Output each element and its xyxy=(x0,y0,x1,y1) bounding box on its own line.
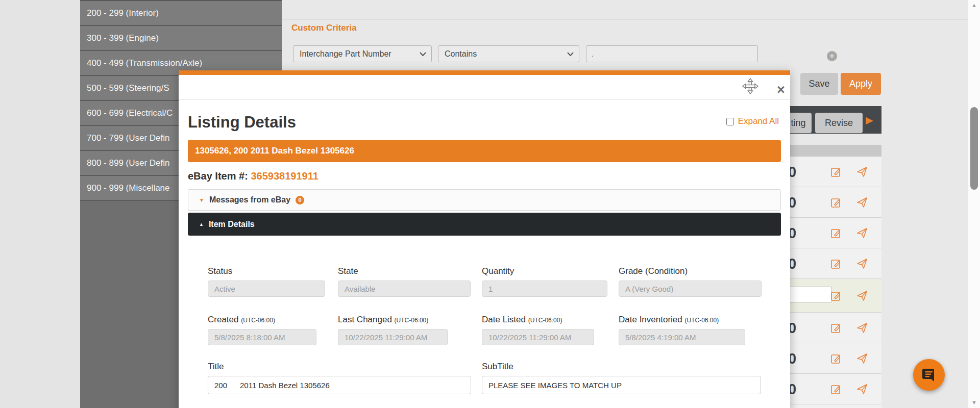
last-changed-input xyxy=(338,329,448,345)
send-icon[interactable] xyxy=(856,197,868,208)
subtitle-label: SubTitle xyxy=(482,362,761,372)
title-field-group: Title xyxy=(208,362,471,394)
title-label: Title xyxy=(208,362,471,372)
move-icon[interactable] xyxy=(742,78,758,94)
subtitle-field-group: SubTitle xyxy=(482,362,761,394)
state-input xyxy=(338,280,471,297)
criteria-operator-value: Contains xyxy=(445,49,477,59)
status-label: Status xyxy=(208,266,325,276)
last-changed-timezone: (UTC-06:00) xyxy=(395,317,429,324)
send-icon[interactable] xyxy=(856,166,868,177)
created-input xyxy=(208,329,316,345)
created-label: Created xyxy=(208,315,238,324)
edit-icon[interactable] xyxy=(830,353,842,364)
left-gutter xyxy=(0,0,80,408)
collapse-triangle-icon: ▼ xyxy=(199,197,204,203)
panel-divider xyxy=(282,19,968,20)
edit-icon[interactable] xyxy=(830,384,842,395)
scrollbar-thumb[interactable] xyxy=(970,107,978,190)
send-icon[interactable] xyxy=(856,384,868,395)
listing-banner: 1305626, 200 2011 Dash Bezel 1305626 xyxy=(188,140,781,162)
last-changed-field-group: Last Changed (UTC-06:00) xyxy=(338,315,448,345)
custom-criteria-heading: Custom Criteria xyxy=(291,23,357,33)
edit-icon[interactable] xyxy=(830,258,842,269)
grade-label: Grade (Condition) xyxy=(619,266,762,276)
criteria-operator-select[interactable]: Contains xyxy=(438,45,579,62)
quantity-field-group: Quantity xyxy=(482,266,607,297)
quantity-input xyxy=(482,280,607,297)
scroll-up-icon[interactable]: ▲ xyxy=(968,2,980,8)
expand-all-checkbox[interactable] xyxy=(726,118,734,125)
sidebar-item-interior[interactable]: 200 - 299 (Interior) xyxy=(80,1,282,26)
status-input xyxy=(208,280,325,297)
messages-label: Messages from eBay xyxy=(209,195,290,205)
last-changed-label: Last Changed xyxy=(338,315,392,324)
grade-field-group: Grade (Condition) xyxy=(619,266,762,297)
page-scrollbar[interactable]: ▲ ▼ xyxy=(968,0,980,408)
date-inventoried-timezone: (UTC-06:00) xyxy=(684,317,719,324)
grade-input xyxy=(619,280,762,297)
ebay-item-number-link[interactable]: 365938191911 xyxy=(251,170,318,182)
collapse-triangle-icon: ▲ xyxy=(199,222,204,227)
item-details-accordion[interactable]: ▲ Item Details xyxy=(188,213,781,236)
messages-accordion[interactable]: ▼ Messages from eBay 0 xyxy=(188,189,781,211)
state-field-group: State xyxy=(338,266,471,297)
messages-count-badge: 0 xyxy=(296,196,304,205)
page-title: Listing Details xyxy=(188,113,296,132)
status-field-group: Status xyxy=(208,266,325,297)
state-label: State xyxy=(338,266,471,276)
expand-all-toggle[interactable]: Expand All xyxy=(726,116,779,126)
save-button[interactable]: Save xyxy=(800,73,838,95)
listing-details-modal: × Listing Details Expand All 1305626, 20… xyxy=(179,70,790,408)
modal-accent-bar xyxy=(179,70,790,75)
sidebar-item-engine[interactable]: 300 - 399 (Engine) xyxy=(80,26,282,51)
add-criteria-icon[interactable]: + xyxy=(827,51,837,61)
send-icon[interactable] xyxy=(856,258,868,269)
date-listed-timezone: (UTC-06:00) xyxy=(528,317,562,324)
listing-banner-text: 1305626, 200 2011 Dash Bezel 1305626 xyxy=(195,146,354,156)
criteria-field-value: Interchange Part Number xyxy=(300,49,391,59)
date-listed-field-group: Date Listed (UTC-06:00) xyxy=(482,315,594,345)
date-inventoried-field-group: Date Inventoried (UTC-06:00) xyxy=(619,315,745,345)
scroll-down-icon[interactable]: ▼ xyxy=(968,399,980,405)
edit-icon[interactable] xyxy=(830,166,842,177)
date-listed-label: Date Listed xyxy=(482,315,526,324)
created-timezone: (UTC-06:00) xyxy=(241,317,275,324)
send-icon[interactable] xyxy=(856,227,868,239)
title-input[interactable] xyxy=(208,376,471,394)
chevron-down-icon xyxy=(567,52,574,56)
criteria-field-select[interactable]: Interchange Part Number xyxy=(293,45,432,62)
quantity-label: Quantity xyxy=(482,266,607,276)
send-icon[interactable] xyxy=(856,322,868,334)
run-action-icon[interactable]: ▶ xyxy=(866,114,873,126)
ebay-item-line: eBay Item #: 365938191911 xyxy=(188,170,781,182)
subtitle-input[interactable] xyxy=(482,376,761,394)
date-inventoried-label: Date Inventoried xyxy=(619,315,682,324)
item-details-label: Item Details xyxy=(209,220,255,229)
expand-all-label: Expand All xyxy=(738,116,779,126)
apply-button[interactable]: Apply xyxy=(841,73,881,95)
edit-icon[interactable] xyxy=(830,290,842,301)
edit-icon[interactable] xyxy=(830,197,842,208)
date-inventoried-input xyxy=(619,329,745,345)
created-field-group: Created (UTC-06:00) xyxy=(208,315,316,345)
edit-icon[interactable] xyxy=(830,322,842,334)
revise-button[interactable]: Revise xyxy=(815,113,863,133)
chat-launcher-button[interactable] xyxy=(913,359,945,391)
date-listed-input xyxy=(482,329,594,345)
criteria-value-input[interactable] xyxy=(586,45,758,62)
edit-icon[interactable] xyxy=(830,227,842,239)
close-icon[interactable]: × xyxy=(774,84,788,97)
ebay-item-label: eBay Item #: xyxy=(188,170,248,182)
modal-title-row: Listing Details Expand All xyxy=(179,100,790,140)
app-screen: 200 - 299 (Interior) 300 - 399 (Engine) … xyxy=(0,0,980,408)
send-icon[interactable] xyxy=(856,353,868,364)
send-icon[interactable] xyxy=(856,290,868,301)
chevron-down-icon xyxy=(420,52,426,56)
modal-header: × xyxy=(179,75,790,100)
chat-bubble-icon xyxy=(921,367,937,383)
